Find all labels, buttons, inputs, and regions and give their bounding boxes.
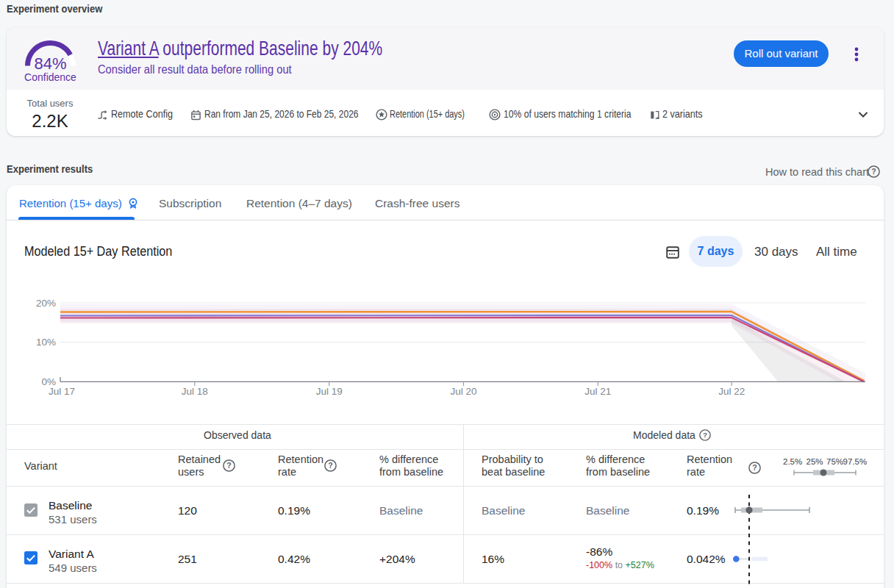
svg-text:2.5%: 2.5% bbox=[783, 457, 802, 466]
svg-text:?: ? bbox=[226, 461, 231, 470]
svg-text:Jul 17: Jul 17 bbox=[49, 386, 75, 397]
svg-text:97.5%: 97.5% bbox=[843, 457, 868, 466]
svg-text:10%: 10% bbox=[36, 337, 56, 348]
svg-text:20%: 20% bbox=[36, 298, 56, 309]
svg-text:75%: 75% bbox=[826, 457, 843, 466]
svg-text:?: ? bbox=[328, 461, 332, 470]
svg-text:?: ? bbox=[752, 463, 757, 472]
svg-text:?: ? bbox=[703, 431, 707, 439]
svg-text:25%: 25% bbox=[807, 457, 823, 466]
svg-text:?: ? bbox=[871, 167, 876, 176]
svg-text:Jul 19: Jul 19 bbox=[316, 386, 343, 397]
svg-text:Jul 22: Jul 22 bbox=[718, 386, 745, 397]
svg-text:Jul 20: Jul 20 bbox=[450, 386, 476, 397]
svg-text:Jul 21: Jul 21 bbox=[584, 386, 611, 397]
svg-text:Jul 18: Jul 18 bbox=[182, 386, 208, 397]
